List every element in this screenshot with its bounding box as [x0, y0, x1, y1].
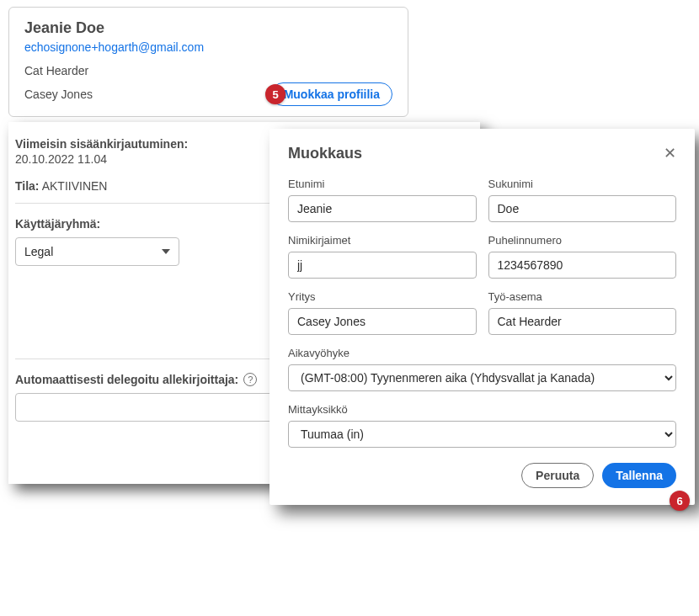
company-label: Yritys [288, 290, 477, 303]
profile-company: Casey Jones [24, 88, 93, 101]
delegate-label: Automaattisesti delegoitu allekirjoittaj… [15, 373, 238, 386]
timezone-label: Aikavyöhyke [288, 347, 676, 359]
edit-modal: Muokkaus ✕ Etunimi Sukunimi Nimikirjaime… [269, 129, 695, 505]
step-badge-6: 6 [670, 491, 690, 511]
unit-label: Mittayksikkö [288, 403, 676, 416]
step-badge-5: 5 [265, 84, 285, 104]
status-value: AKTIIVINEN [42, 179, 108, 193]
firstname-input[interactable] [288, 195, 477, 222]
status-label: Tila: [15, 179, 40, 193]
profile-card: Jeanie Doe echosignone+hogarth@gmail.com… [8, 7, 408, 117]
company-input[interactable] [288, 308, 477, 335]
cancel-button[interactable]: Peruuta [521, 463, 594, 488]
profile-email[interactable]: echosignone+hogarth@gmail.com [24, 40, 392, 54]
edit-profile-button[interactable]: Muokkaa profiilia [271, 82, 392, 106]
jobtitle-label: Työ-asema [488, 290, 677, 303]
lastname-input[interactable] [488, 195, 677, 222]
chevron-down-icon [162, 249, 170, 254]
group-select[interactable]: Legal [15, 237, 179, 266]
modal-title: Muokkaus [288, 145, 362, 162]
initials-label: Nimikirjaimet [288, 234, 477, 247]
profile-name: Jeanie Doe [24, 19, 392, 37]
group-select-value: Legal [24, 245, 53, 258]
profile-role: Cat Hearder [24, 64, 392, 77]
close-icon[interactable]: ✕ [664, 144, 676, 162]
phone-label: Puhelinnumero [488, 234, 677, 247]
unit-select[interactable]: Tuumaa (in) [288, 421, 676, 448]
jobtitle-input[interactable] [488, 308, 677, 335]
help-icon[interactable]: ? [243, 373, 257, 386]
initials-input[interactable] [288, 252, 477, 279]
lastname-label: Sukunimi [488, 178, 677, 190]
timezone-select[interactable]: (GMT-08:00) Tyynenmeren aika (Yhdysvalla… [288, 364, 676, 391]
save-button[interactable]: Tallenna [602, 463, 676, 488]
firstname-label: Etunimi [288, 178, 477, 190]
phone-input[interactable] [488, 252, 677, 279]
